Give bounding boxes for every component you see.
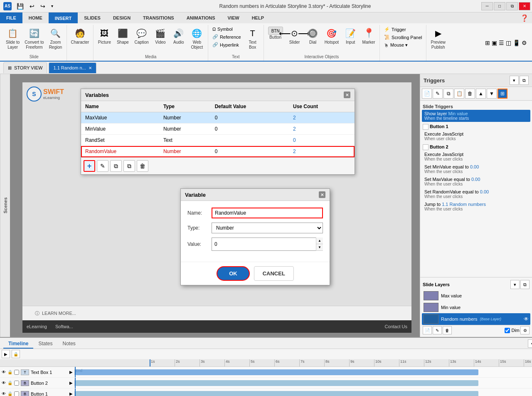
trigger-item[interactable]: Set MaxValue equal to 0.00 When the user…	[422, 176, 530, 188]
undo-button[interactable]: ↩	[28, 2, 36, 10]
expand-track-icon[interactable]: ▶	[69, 381, 73, 385]
trigger-item[interactable]: Execute JavaScript When user clicks	[422, 130, 530, 142]
reference-button[interactable]: 🔗 Reference	[211, 33, 243, 40]
copy-trigger-button[interactable]: ⧉	[443, 89, 453, 99]
usecount-link[interactable]: 2	[293, 115, 296, 121]
trigger-item[interactable]: Execute JavaScript When the user clicks	[422, 151, 530, 163]
track-area[interactable]	[75, 378, 532, 388]
track-lock-icon[interactable]: 🔒	[7, 381, 12, 385]
detach-panel-button[interactable]: ⧉	[520, 76, 529, 85]
ribbon-tab-file[interactable]: FILE	[0, 12, 22, 23]
slide-tab[interactable]: 1.1 Random n... ✕	[49, 62, 96, 73]
view-settings-btn[interactable]: ⚙	[522, 40, 527, 46]
value-input[interactable]	[212, 238, 323, 251]
ribbon-tab-help[interactable]: HELP	[246, 12, 270, 23]
story-view-tab[interactable]: ⊞ STORY VIEW	[3, 62, 47, 73]
slider-button[interactable]: ⟵⊙⟶ Slider	[286, 26, 303, 46]
expand-all-button[interactable]: ⊞	[498, 89, 507, 99]
play-button[interactable]: ▶	[2, 350, 10, 358]
save-button[interactable]: 💾	[15, 2, 25, 10]
ribbon-tab-design[interactable]: DESIGN	[107, 12, 137, 23]
learn-more-button[interactable]: ⓘ LEARN MORE...	[35, 310, 76, 317]
audio-button[interactable]: 🔊 Audio	[170, 26, 187, 46]
convert-to-freeform-button[interactable]: 🔄 Convert toFreeform	[23, 26, 45, 51]
add-layer-button[interactable]: 📄	[423, 326, 432, 334]
maximize-button[interactable]: □	[494, 2, 505, 10]
edit-layer-button[interactable]: ✎	[433, 326, 442, 334]
view-slide-btn[interactable]: ▣	[492, 40, 497, 46]
states-tab[interactable]: States	[33, 339, 57, 349]
ribbon-tab-home[interactable]: HOME	[22, 12, 49, 23]
caption-button[interactable]: 💬 Caption	[133, 26, 150, 46]
lock-button[interactable]: 🔒	[12, 350, 20, 358]
type-select[interactable]: Number Text True/False	[212, 223, 323, 233]
value-down-arrow[interactable]: ▼	[316, 244, 323, 251]
ribbon-tab-insert[interactable]: INSERT	[49, 12, 78, 23]
customize-button[interactable]: ▾	[49, 3, 55, 9]
ribbon-tab-view[interactable]: VIEW	[222, 12, 246, 23]
delete-variable-button[interactable]: 🗑	[137, 160, 148, 172]
close-button[interactable]: ✕	[519, 2, 530, 10]
layer-item[interactable]: Max value	[422, 290, 530, 302]
usecount-link[interactable]: 2	[293, 126, 296, 132]
minimize-button[interactable]: ─	[481, 2, 493, 10]
layer-visible-icon[interactable]: 👁	[524, 316, 529, 322]
trigger-item[interactable]: Set MinValue equal to 0.00 When the user…	[422, 163, 530, 175]
layer-item[interactable]: Min value	[422, 302, 530, 313]
expand-track-icon[interactable]: ▶	[69, 391, 73, 396]
usecount-link[interactable]: 0	[293, 137, 296, 143]
ribbon-tab-transitions[interactable]: TRANSITIONS	[137, 12, 180, 23]
ok-button[interactable]: OK	[217, 266, 250, 281]
track-lock-icon[interactable]: 🔒	[7, 370, 12, 374]
track-area[interactable]: End	[75, 367, 532, 377]
trigger-item[interactable]: Set RandomValue equal to 0.00 When the u…	[422, 188, 530, 200]
view-mobile-btn[interactable]: 📱	[513, 40, 520, 46]
layer-settings-button[interactable]: ⚙	[520, 326, 530, 334]
input-button[interactable]: 📝 Input	[342, 26, 359, 46]
edit-variable-button[interactable]: ✎	[97, 160, 108, 172]
restore-button[interactable]: ⧉	[506, 2, 518, 10]
variables-close-button[interactable]: ✕	[344, 92, 350, 98]
track-checkbox[interactable]	[14, 370, 19, 375]
move-up-button[interactable]: ▲	[476, 89, 486, 99]
duplicate-variable-button[interactable]: ⧉	[123, 160, 135, 172]
web-object-button[interactable]: 🌐 WebObject	[189, 26, 205, 51]
expand-track-icon[interactable]: ▶	[69, 370, 73, 374]
dial-button[interactable]: 🔘 Dial	[305, 26, 321, 46]
usecount-link[interactable]: 2	[293, 148, 296, 154]
hyperlink-button[interactable]: 🔗 Hyperlink	[211, 41, 243, 48]
track-eye-icon[interactable]: 👁	[2, 381, 6, 385]
value-up-arrow[interactable]: ▲	[316, 238, 323, 244]
table-row[interactable]: MinValue Number 0 2	[81, 124, 355, 135]
view-story-btn[interactable]: ⊞	[485, 40, 490, 46]
scrolling-panel-button[interactable]: 📜 Scrolling Panel	[382, 34, 424, 41]
redo-button[interactable]: ↪	[39, 2, 47, 10]
character-button[interactable]: 🧑 Character	[69, 26, 91, 46]
collapse-timeline-btn[interactable]: ▾	[528, 339, 532, 348]
layer-item[interactable]: Random numbers (Base Layer) 👁	[422, 313, 530, 325]
marker-button[interactable]: 📍 Marker	[360, 26, 377, 46]
hotspot-button[interactable]: 🎯 Hotspot	[323, 26, 340, 46]
video-button[interactable]: 🎬 Video	[152, 26, 169, 46]
trigger-ribbon-button[interactable]: ⚡ Trigger	[382, 26, 424, 33]
notes-tab[interactable]: Notes	[58, 339, 81, 349]
picture-button[interactable]: 🖼 Picture	[96, 26, 113, 46]
add-variable-button[interactable]: +	[84, 160, 95, 172]
table-row[interactable]: RandSet Text 0	[81, 135, 355, 146]
trigger-item[interactable]: Jump to 1.1 Random numbers When the user…	[422, 200, 530, 213]
table-row[interactable]: RandomValue Number 0 2	[81, 146, 355, 157]
paste-trigger-button[interactable]: 📋	[454, 89, 464, 99]
track-checkbox[interactable]	[14, 391, 19, 396]
collapse-panel-button[interactable]: ▾	[510, 76, 519, 85]
help-icon[interactable]: ❓	[520, 14, 529, 22]
ribbon-tab-animations[interactable]: ANIMATIONS	[180, 12, 222, 23]
slide-to-layer-button[interactable]: 📋 Slide toLayer	[4, 26, 21, 51]
detach-layers-button[interactable]: ⧉	[520, 280, 530, 289]
new-trigger-button[interactable]: 📄	[422, 89, 432, 99]
variable-dialog-close[interactable]: ✕	[319, 191, 325, 198]
shape-button[interactable]: ⬛ Shape	[114, 26, 131, 46]
slide-tab-close[interactable]: ✕	[89, 66, 92, 70]
trigger-item[interactable]: Show layer Min value When the timeline s…	[422, 110, 530, 122]
symbol-button[interactable]: Ω Symbol	[211, 26, 243, 32]
name-input[interactable]	[212, 208, 323, 218]
